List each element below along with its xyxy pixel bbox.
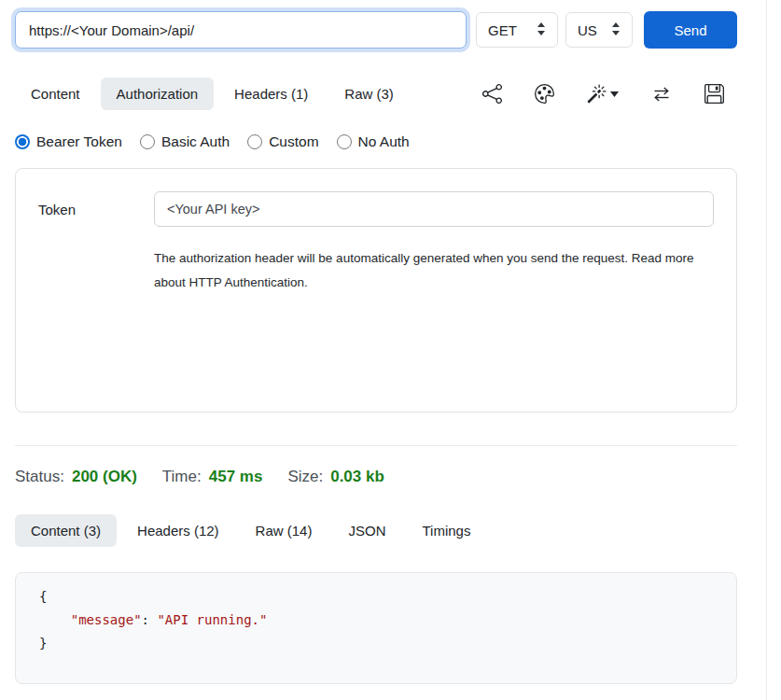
code-token-string: "API running." — [157, 612, 267, 627]
response-status-group: Status:200 (OK) — [15, 468, 137, 486]
tab-raw-3[interactable]: Raw (3) — [328, 77, 410, 110]
auth-radio-bearer-token[interactable]: Bearer Token — [15, 133, 122, 150]
tab-json[interactable]: JSON — [332, 514, 401, 547]
request-response-divider — [15, 445, 737, 446]
response-json-code: { "message": "API running." } — [39, 585, 718, 655]
radio-label: Basic Auth — [161, 133, 230, 150]
meta-label: Time: — [162, 468, 202, 486]
select-updown-icon — [537, 22, 546, 38]
auth-radio-custom[interactable]: Custom — [247, 133, 318, 150]
tab-timings[interactable]: Timings — [406, 514, 486, 547]
token-label: Token — [38, 202, 154, 217]
tab-content[interactable]: Content — [15, 77, 96, 110]
code-token-punct — [39, 612, 71, 627]
token-help-text: The authorization header will be automat… — [154, 246, 704, 294]
radio-circle-icon[interactable] — [247, 134, 262, 149]
magic-wand-dropdown-icon[interactable] — [585, 82, 621, 105]
request-tabs-row: ContentAuthorizationHeaders (1)Raw (3) — [15, 77, 737, 110]
auth-radio-basic-auth[interactable]: Basic Auth — [140, 133, 230, 150]
meta-value: 200 (OK) — [72, 468, 137, 486]
token-input[interactable] — [154, 191, 714, 227]
right-column-divider — [766, 0, 767, 700]
code-token-punct: { — [39, 589, 47, 604]
url-input[interactable] — [15, 11, 467, 49]
tab-headers-1[interactable]: Headers (1) — [218, 77, 324, 110]
send-button[interactable]: Send — [644, 11, 737, 49]
share-icon[interactable] — [481, 82, 504, 105]
auth-radio-no-auth[interactable]: No Auth — [337, 133, 410, 150]
api-client-page: GET US Send ContentAuthorizationHeaders … — [0, 0, 737, 684]
response-time-group: Time:457 ms — [162, 468, 263, 486]
tab-raw-14[interactable]: Raw (14) — [240, 514, 328, 547]
request-toolbar — [481, 82, 737, 105]
method-select-value: GET — [488, 22, 517, 38]
request-url-bar: GET US Send — [15, 11, 737, 49]
response-size-group: Size:0.03 kb — [287, 468, 384, 486]
region-select[interactable]: US — [565, 12, 633, 48]
code-token-punct: : — [142, 612, 158, 627]
token-row: Token — [38, 191, 714, 227]
radio-label: No Auth — [358, 133, 410, 150]
auth-mode-options: Bearer TokenBasic AuthCustomNo Auth — [15, 133, 737, 150]
radio-label: Custom — [269, 133, 318, 150]
tab-content-3[interactable]: Content (3) — [15, 514, 117, 547]
region-select-value: US — [578, 22, 597, 38]
meta-label: Status: — [15, 468, 64, 486]
palette-icon[interactable] — [533, 82, 556, 105]
meta-label: Size: — [287, 468, 323, 486]
response-body-block: { "message": "API running." } — [15, 572, 737, 684]
method-select[interactable]: GET — [476, 12, 558, 48]
response-status-row: Status:200 (OK)Time:457 msSize:0.03 kb — [15, 468, 737, 486]
tab-headers-12[interactable]: Headers (12) — [121, 514, 235, 547]
radio-circle-icon[interactable] — [140, 134, 155, 149]
swap-arrows-icon[interactable] — [649, 83, 674, 105]
radio-circle-icon[interactable] — [337, 134, 352, 149]
tab-authorization[interactable]: Authorization — [101, 77, 215, 110]
radio-label: Bearer Token — [36, 133, 122, 150]
response-tabs: Content (3)Headers (12)Raw (14)JSONTimin… — [15, 514, 737, 547]
meta-value: 0.03 kb — [330, 468, 384, 486]
request-tabs: ContentAuthorizationHeaders (1)Raw (3) — [15, 77, 414, 110]
authorization-panel: Token The authorization header will be a… — [15, 168, 737, 413]
meta-value: 457 ms — [209, 468, 263, 486]
save-icon[interactable] — [703, 82, 726, 105]
select-updown-icon — [611, 22, 621, 38]
code-token-string: "message" — [71, 612, 142, 627]
radio-circle-icon[interactable] — [15, 134, 30, 149]
dropdown-caret-icon — [610, 91, 619, 97]
code-token-punct: } — [39, 636, 47, 651]
